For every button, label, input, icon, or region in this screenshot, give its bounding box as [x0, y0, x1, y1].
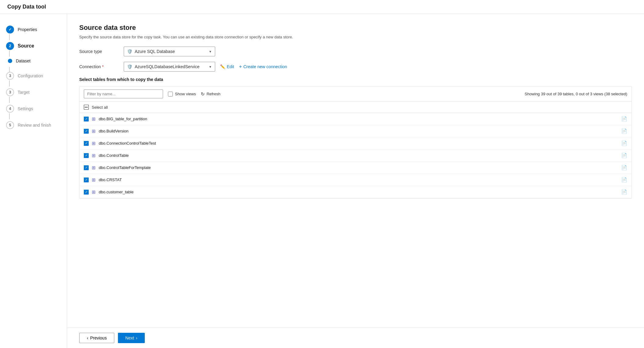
connection-value: AzureSQLDatabaseLinkedService	[135, 64, 199, 69]
source-type-label: Source type	[79, 49, 119, 54]
sidebar-item-configuration[interactable]: 3 Configuration	[0, 68, 67, 84]
table-name: dbo.BIG_table_for_partition	[99, 117, 618, 121]
step-label-settings: Settings	[18, 106, 33, 111]
doc-icon[interactable]: 📄	[621, 128, 627, 134]
previous-button[interactable]: ‹ Previous	[79, 333, 114, 343]
step-circle-properties: ✓	[6, 26, 14, 33]
table-grid-icon: ⊞	[92, 153, 96, 158]
doc-icon[interactable]: 📄	[621, 189, 627, 195]
step-dot-dataset	[8, 59, 12, 63]
table-row[interactable]: ⊞dbo.CRSTAT📄	[80, 174, 632, 186]
connection-db-icon: 🛡️	[127, 64, 132, 69]
select-all-row[interactable]: Select all	[80, 102, 632, 113]
page-description: Specify the source data store for the co…	[79, 35, 632, 39]
next-button[interactable]: Next ›	[118, 333, 144, 343]
select-all-label: Select all	[92, 105, 108, 110]
table-list: Select all ⊞dbo.BIG_table_for_partition📄…	[80, 102, 632, 198]
table-grid-icon: ⊞	[92, 141, 96, 146]
sidebar: ✓ Properties 2 Source Dataset 3 Configur…	[0, 14, 67, 348]
edit-button[interactable]: ✏️ Edit	[220, 64, 234, 69]
step-circle-target: 3	[6, 88, 14, 96]
section-title: Select tables from which to copy the dat…	[79, 77, 632, 82]
source-type-dropdown[interactable]: 🛡️ Azure SQL Database ▼	[124, 47, 215, 56]
table-name: dbo.customer_table	[99, 190, 618, 194]
pencil-icon: ✏️	[220, 64, 225, 69]
step-circle-source: 2	[6, 42, 14, 50]
table-name: dbo.ConnectionControlTableTest	[99, 141, 618, 146]
page-title: Source data store	[79, 24, 632, 32]
chevron-left-icon: ‹	[87, 336, 88, 340]
row-checkbox[interactable]	[84, 117, 89, 121]
doc-icon[interactable]: 📄	[621, 165, 627, 170]
table-selection-area: Show views ↻ Refresh Showing 39 out of 3…	[79, 86, 632, 199]
show-views-checkbox[interactable]: Show views	[168, 92, 196, 97]
sidebar-item-source[interactable]: 2 Source	[0, 38, 67, 54]
indeterminate-line	[85, 107, 88, 107]
show-views-input[interactable]	[168, 92, 173, 97]
row-checkbox[interactable]	[84, 141, 89, 146]
table-name: dbo.BuildVersion	[99, 129, 618, 133]
table-row[interactable]: ⊞dbo.BIG_table_for_partition📄	[80, 113, 632, 125]
source-type-row: Source type 🛡️ Azure SQL Database ▼	[79, 47, 632, 56]
row-checkbox[interactable]	[84, 129, 89, 134]
indeterminate-checkbox[interactable]	[84, 105, 89, 110]
create-connection-button[interactable]: + Create new connection	[239, 64, 287, 69]
step-circle-configuration: 3	[6, 72, 14, 80]
required-indicator: *	[102, 64, 104, 69]
bottom-nav: ‹ Previous Next ›	[67, 328, 644, 348]
step-circle-review: 5	[6, 121, 14, 129]
table-grid-icon: ⊞	[92, 177, 96, 183]
sidebar-item-dataset[interactable]: Dataset	[0, 54, 67, 68]
doc-icon[interactable]: 📄	[621, 153, 627, 158]
step-label-configuration: Configuration	[18, 73, 43, 78]
step-label-dataset: Dataset	[16, 58, 30, 63]
source-type-value: Azure SQL Database	[135, 49, 175, 54]
connection-actions: ✏️ Edit + Create new connection	[220, 64, 287, 69]
connection-row: Connection * 🛡️ AzureSQLDatabaseLinkedSe…	[79, 62, 632, 72]
doc-icon[interactable]: 📄	[621, 140, 627, 146]
doc-icon[interactable]: 📄	[621, 177, 627, 183]
table-row[interactable]: ⊞dbo.customer_table📄	[80, 186, 632, 198]
refresh-button[interactable]: ↻ Refresh	[201, 91, 221, 97]
chevron-down-icon-conn: ▼	[209, 65, 212, 69]
row-checkbox[interactable]	[84, 165, 89, 170]
table-rows-container: ⊞dbo.BIG_table_for_partition📄⊞dbo.BuildV…	[80, 113, 632, 198]
table-grid-icon: ⊞	[92, 189, 96, 195]
table-name: dbo.ControlTable	[99, 153, 618, 158]
table-row[interactable]: ⊞dbo.BuildVersion📄	[80, 125, 632, 137]
chevron-down-icon: ▼	[209, 50, 212, 53]
table-count: Showing 39 out of 39 tables, 0 out of 3 …	[525, 92, 627, 96]
app-title: Copy Data tool	[0, 0, 644, 14]
row-checkbox[interactable]	[84, 153, 89, 158]
table-row[interactable]: ⊞dbo.ConnectionControlTableTest📄	[80, 137, 632, 149]
doc-icon[interactable]: 📄	[621, 116, 627, 122]
refresh-icon: ↻	[201, 91, 205, 97]
row-checkbox[interactable]	[84, 178, 89, 182]
table-grid-icon: ⊞	[92, 128, 96, 134]
table-row[interactable]: ⊞dbo.ControlTable📄	[80, 149, 632, 162]
sidebar-item-target[interactable]: 3 Target	[0, 84, 67, 100]
show-views-label: Show views	[175, 92, 196, 96]
azure-sql-icon: 🛡️	[127, 49, 132, 54]
sidebar-item-review[interactable]: 5 Review and finish	[0, 117, 67, 133]
step-label-review: Review and finish	[18, 123, 51, 128]
step-label-properties: Properties	[18, 27, 37, 32]
chevron-right-icon: ›	[136, 336, 137, 340]
connection-dropdown[interactable]: 🛡️ AzureSQLDatabaseLinkedService ▼	[124, 62, 215, 72]
table-grid-icon: ⊞	[92, 116, 96, 122]
table-row[interactable]: ⊞dbo.ControlTableForTemplate📄	[80, 162, 632, 174]
step-label-source: Source	[18, 43, 34, 49]
table-name: dbo.ControlTableForTemplate	[99, 165, 618, 170]
filter-input[interactable]	[84, 90, 163, 98]
connection-label: Connection *	[79, 64, 119, 69]
row-checkbox[interactable]	[84, 190, 89, 195]
table-toolbar: Show views ↻ Refresh Showing 39 out of 3…	[80, 86, 632, 102]
plus-icon: +	[239, 64, 242, 69]
sidebar-item-properties[interactable]: ✓ Properties	[0, 21, 67, 38]
table-name: dbo.CRSTAT	[99, 178, 618, 182]
table-grid-icon: ⊞	[92, 165, 96, 170]
step-label-target: Target	[18, 90, 30, 95]
sidebar-item-settings[interactable]: 4 Settings	[0, 100, 67, 117]
step-circle-settings: 4	[6, 105, 14, 113]
content-area: Source data store Specify the source dat…	[67, 14, 644, 328]
